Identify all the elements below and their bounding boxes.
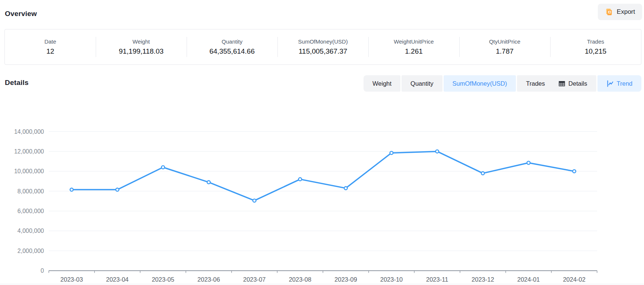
tab-trend-view[interactable]: Trend: [597, 75, 642, 92]
y-axis-label: 12,000,000: [14, 148, 44, 155]
y-axis-label: 14,000,000: [14, 129, 44, 135]
tab-label: Trend: [617, 80, 633, 87]
trend-icon: [606, 80, 614, 87]
metric-tab-group: Weight Quantity SumOfMoney(USD) Trades: [364, 75, 554, 92]
stat-value: 10,215: [585, 47, 606, 56]
chart-point[interactable]: [573, 170, 576, 173]
stat-value: 115,005,367.37: [299, 47, 348, 56]
chart-point[interactable]: [436, 150, 439, 153]
chart-point[interactable]: [253, 199, 256, 202]
x-axis-label: 2023-09: [334, 276, 357, 283]
chart-point[interactable]: [162, 166, 165, 169]
x-axis-label: 2023-08: [289, 276, 311, 283]
stat-weight: Weight 91,199,118.03: [96, 38, 187, 56]
stat-date: Date 12: [5, 38, 96, 56]
x-axis-label: 2024-02: [563, 276, 586, 283]
x-axis-label: 2023-07: [243, 276, 266, 283]
x-axis-label: 2023-03: [60, 276, 83, 283]
tab-sum-of-money[interactable]: SumOfMoney(USD): [444, 75, 516, 92]
table-icon: [558, 80, 565, 87]
x-axis-label: 2024-01: [517, 276, 540, 283]
stat-value: 12: [46, 47, 54, 56]
y-axis-label: 0: [41, 267, 44, 274]
stat-value: 1.787: [496, 47, 514, 56]
chart-point[interactable]: [70, 188, 73, 191]
chart-point[interactable]: [116, 188, 119, 191]
y-axis-label: 2,000,000: [18, 248, 44, 254]
page-bottom-divider: [0, 284, 644, 284]
chart-point[interactable]: [344, 187, 347, 190]
trend-chart[interactable]: 02,000,0004,000,0006,000,0008,000,00010,…: [0, 93, 644, 285]
export-button-label: Export: [617, 8, 635, 16]
stat-label: QtyUnitPrice: [489, 38, 520, 45]
x-axis-label: 2023-05: [152, 276, 174, 283]
stat-value: 64,355,614.66: [209, 47, 255, 56]
stat-weight-unit-price: WeightUnitPrice 1.261: [368, 38, 459, 56]
tab-trades[interactable]: Trades: [517, 75, 554, 92]
stat-label: Trades: [587, 38, 604, 45]
export-icon: [605, 8, 613, 16]
chart-line: [72, 151, 574, 200]
x-axis-label: 2023-06: [197, 276, 220, 283]
y-axis-label: 4,000,000: [18, 228, 44, 234]
chart-point[interactable]: [527, 161, 530, 164]
stat-trades: Trades 10,215: [550, 38, 641, 56]
tab-weight[interactable]: Weight: [364, 75, 400, 92]
tab-label: Details: [568, 80, 587, 87]
stat-value: 1.261: [405, 47, 423, 56]
stat-label: SumOfMoney(USD): [298, 38, 348, 45]
y-axis-label: 6,000,000: [18, 208, 44, 214]
tab-label: Weight: [372, 80, 391, 87]
trend-chart-svg: 02,000,0004,000,0006,000,0008,000,00010,…: [0, 93, 644, 285]
overview-title: Overview: [5, 10, 37, 18]
stat-sum-of-money: SumOfMoney(USD) 115,005,367.37: [277, 38, 368, 56]
stat-qty-unit-price: QtyUnitPrice 1.787: [459, 38, 550, 56]
chart-point[interactable]: [481, 172, 484, 175]
stat-value: 91,199,118.03: [119, 47, 164, 56]
tab-label: Quantity: [410, 80, 433, 87]
tab-label: SumOfMoney(USD): [453, 80, 507, 87]
x-axis-label: 2023-10: [380, 276, 403, 283]
x-axis-label: 2023-11: [426, 276, 448, 283]
chart-point[interactable]: [299, 178, 302, 181]
chart-point[interactable]: [390, 151, 393, 154]
x-axis-label: 2023-04: [106, 276, 129, 283]
details-title: Details: [5, 79, 29, 87]
stat-label: Quantity: [222, 38, 242, 45]
export-button[interactable]: Export: [598, 4, 642, 20]
stat-label: Date: [44, 38, 56, 45]
tab-label: Trades: [526, 80, 545, 87]
stat-label: Weight: [133, 38, 150, 45]
y-axis-label: 10,000,000: [14, 168, 44, 174]
stat-quantity: Quantity 64,355,614.66: [187, 38, 277, 56]
tab-quantity[interactable]: Quantity: [402, 75, 442, 92]
x-axis-label: 2023-12: [472, 276, 494, 283]
chart-point[interactable]: [207, 181, 210, 184]
stat-label: WeightUnitPrice: [394, 38, 434, 45]
overview-stats-card: Date 12 Weight 91,199,118.03 Quantity 64…: [4, 29, 641, 65]
tab-details-view[interactable]: Details: [549, 75, 596, 92]
y-axis-label: 8,000,000: [18, 188, 44, 194]
view-tab-group: Details Trend: [549, 75, 641, 92]
